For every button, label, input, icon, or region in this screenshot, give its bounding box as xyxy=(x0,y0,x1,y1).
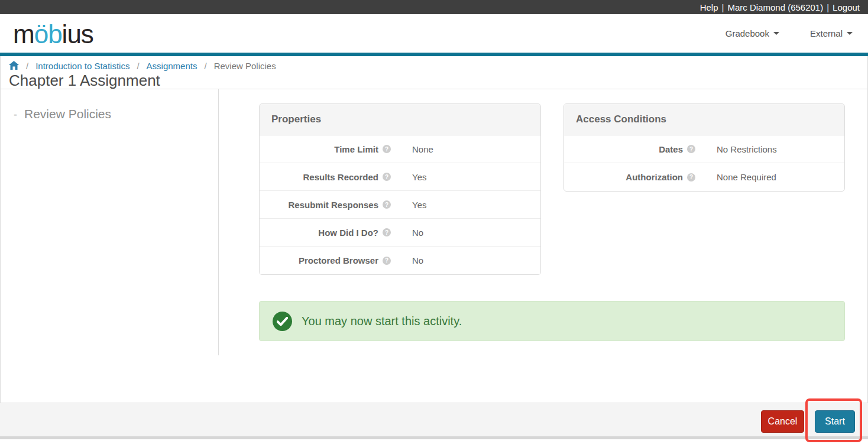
access-value: None Required xyxy=(717,172,776,182)
help-icon[interactable] xyxy=(383,200,391,209)
access-row-authorization: Authorization None Required xyxy=(564,163,844,191)
external-menu-label: External xyxy=(810,28,843,38)
home-icon[interactable] xyxy=(9,61,19,70)
help-icon[interactable] xyxy=(383,257,391,265)
sidebar-item-review-policies[interactable]: - Review Policies xyxy=(14,107,111,121)
help-icon[interactable] xyxy=(383,228,391,236)
app-header: möbius Gradebook External xyxy=(0,14,868,53)
sidebar-divider xyxy=(218,89,219,355)
breadcrumb: / Introduction to Statistics / Assignmen… xyxy=(9,59,276,72)
logo-text-dark: m xyxy=(13,20,34,48)
breadcrumb-link-assignments[interactable]: Assignments xyxy=(147,61,197,71)
properties-panel-title: Properties xyxy=(260,104,540,135)
topbar-separator: | xyxy=(722,2,724,12)
collapse-dash-icon: - xyxy=(14,109,17,121)
property-row-proctored-browser: Proctored Browser No xyxy=(260,247,540,274)
access-value: No Restrictions xyxy=(717,144,777,154)
gradebook-menu[interactable]: Gradebook xyxy=(726,28,779,38)
external-menu[interactable]: External xyxy=(810,28,853,38)
breadcrumb-link-course[interactable]: Introduction to Statistics xyxy=(35,61,129,71)
property-value: None xyxy=(412,144,433,154)
logged-in-user: Marc Diamond (656201) xyxy=(727,2,823,12)
property-row-results-recorded: Results Recorded Yes xyxy=(260,163,540,191)
success-message: You may now start this activity. xyxy=(302,315,462,328)
start-button[interactable]: Start xyxy=(815,410,855,433)
property-label: How Did I Do? xyxy=(318,228,378,238)
mobius-logo: möbius xyxy=(13,18,93,51)
access-row-dates: Dates No Restrictions xyxy=(564,135,844,163)
success-banner: You may now start this activity. xyxy=(259,301,845,341)
breadcrumb-separator: / xyxy=(137,61,139,71)
content-area: - Review Policies Properties Time Limit … xyxy=(1,89,867,436)
app-window: Help | Marc Diamond (656201) | Logout mö… xyxy=(0,0,868,444)
header-menus: Gradebook External xyxy=(726,14,853,53)
property-label: Proctored Browser xyxy=(299,255,378,265)
help-link[interactable]: Help xyxy=(700,2,718,12)
bottom-strip xyxy=(0,436,868,439)
access-label: Dates xyxy=(659,144,683,154)
breadcrumb-current: Review Policies xyxy=(214,61,276,71)
footer-bar xyxy=(0,403,868,436)
sidebar-item-label: Review Policies xyxy=(24,107,111,121)
breadcrumb-separator: / xyxy=(26,61,28,71)
property-row-time-limit: Time Limit None xyxy=(260,135,540,163)
access-conditions-panel-title: Access Conditions xyxy=(564,104,844,135)
check-circle-icon xyxy=(273,312,292,331)
access-label: Authorization xyxy=(626,172,683,182)
page-body: / Introduction to Statistics / Assignmen… xyxy=(0,56,868,436)
chevron-down-icon xyxy=(773,32,779,35)
gradebook-menu-label: Gradebook xyxy=(726,28,769,38)
logo-text-dark: ius xyxy=(62,20,93,48)
property-label: Resubmit Responses xyxy=(288,200,378,210)
property-value: Yes xyxy=(412,200,426,210)
page-title: Chapter 1 Assignment xyxy=(9,72,160,90)
property-value: Yes xyxy=(412,172,426,182)
property-label: Time Limit xyxy=(334,144,378,154)
property-row-resubmit-responses: Resubmit Responses Yes xyxy=(260,191,540,219)
access-conditions-panel: Access Conditions Dates No Restrictions … xyxy=(563,103,845,192)
properties-panel: Properties Time Limit None Results Recor… xyxy=(259,103,541,275)
help-icon[interactable] xyxy=(383,145,391,153)
help-icon[interactable] xyxy=(687,173,695,182)
property-value: No xyxy=(412,228,423,238)
top-utility-bar: Help | Marc Diamond (656201) | Logout xyxy=(0,0,868,14)
breadcrumb-separator: / xyxy=(204,61,206,71)
cancel-button[interactable]: Cancel xyxy=(761,410,804,433)
property-value: No xyxy=(412,255,423,265)
logo-text-blue: öb xyxy=(34,20,62,48)
help-icon[interactable] xyxy=(383,173,391,181)
topbar-separator: | xyxy=(827,2,829,12)
property-row-how-did-i-do: How Did I Do? No xyxy=(260,219,540,247)
logout-link[interactable]: Logout xyxy=(833,2,860,12)
property-label: Results Recorded xyxy=(303,172,378,182)
chevron-down-icon xyxy=(847,32,853,35)
help-icon[interactable] xyxy=(687,145,695,153)
